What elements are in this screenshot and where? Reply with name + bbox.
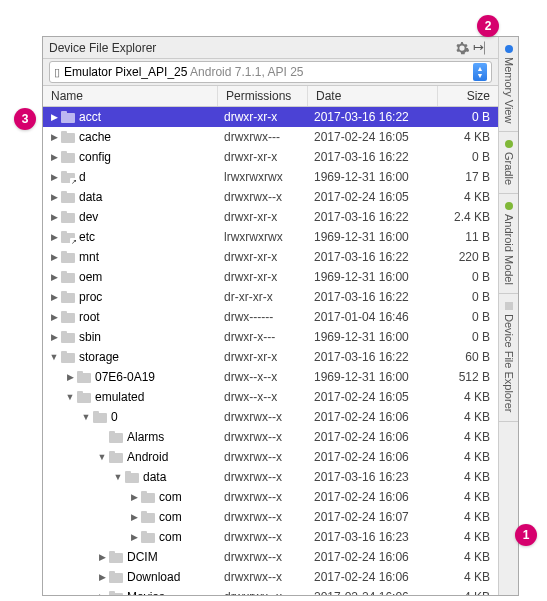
chevron-right-icon[interactable]: ▶ — [49, 332, 59, 342]
chevron-down-icon[interactable]: ▼ — [97, 452, 107, 462]
tab-device-file-explorer[interactable]: Device File Explorer — [499, 294, 518, 421]
cell-date: 2017-02-24 16:07 — [308, 510, 438, 524]
header-permissions[interactable]: Permissions — [218, 86, 308, 106]
device-selector-row: ▯ Emulator Pixel_API_25 Android 7.1.1, A… — [43, 59, 498, 85]
table-row[interactable]: ▶07E6-0A19drwx--x--x1969-12-31 16:00512 … — [43, 367, 498, 387]
folder-link-icon: ↗ — [61, 232, 75, 243]
chevron-right-icon[interactable]: ▶ — [97, 572, 107, 582]
folder-icon — [109, 592, 123, 596]
header-size[interactable]: Size — [438, 86, 498, 106]
chevron-right-icon[interactable]: ▶ — [129, 512, 139, 522]
folder-icon — [125, 472, 139, 483]
table-row[interactable]: ▼storagedrwxr-xr-x2017-03-16 16:2260 B — [43, 347, 498, 367]
chevron-right-icon[interactable]: ▶ — [129, 492, 139, 502]
chevron-right-icon[interactable]: ▶ — [97, 592, 107, 595]
chevron-right-icon[interactable]: ▶ — [49, 212, 59, 222]
table-row[interactable]: ▶procdr-xr-xr-x2017-03-16 16:220 B — [43, 287, 498, 307]
chevron-right-icon[interactable]: ▶ — [49, 252, 59, 262]
chevron-up-down-icon: ▲▼ — [473, 63, 487, 81]
folder-icon — [61, 332, 75, 343]
folder-icon — [61, 212, 75, 223]
cell-perm: drwxrwx--x — [218, 510, 308, 524]
file-name: config — [79, 150, 111, 164]
device-selector[interactable]: ▯ Emulator Pixel_API_25 Android 7.1.1, A… — [49, 61, 492, 83]
chevron-right-icon[interactable]: ▶ — [49, 272, 59, 282]
file-name: 0 — [111, 410, 118, 424]
chevron-right-icon[interactable]: ▶ — [49, 312, 59, 322]
file-name: DCIM — [127, 550, 158, 564]
cell-date: 2017-03-16 16:22 — [308, 150, 438, 164]
chevron-down-icon[interactable]: ▼ — [65, 392, 75, 402]
chevron-right-icon[interactable]: ▶ — [97, 552, 107, 562]
file-name: data — [143, 470, 166, 484]
chevron-right-icon[interactable]: ▶ — [129, 532, 139, 542]
chevron-right-icon[interactable]: ▶ — [49, 232, 59, 242]
chevron-down-icon[interactable]: ▼ — [81, 412, 91, 422]
table-row[interactable]: ▶↗dlrwxrwxrwx1969-12-31 16:0017 B — [43, 167, 498, 187]
table-row[interactable]: ▼datadrwxrwx--x2017-03-16 16:234 KB — [43, 467, 498, 487]
cell-size: 2.4 KB — [438, 210, 498, 224]
table-row[interactable]: ▼Androiddrwxrwx--x2017-02-24 16:064 KB — [43, 447, 498, 467]
table-row[interactable]: ▶Alarmsdrwxrwx--x2017-02-24 16:064 KB — [43, 427, 498, 447]
chevron-right-icon[interactable]: ▶ — [65, 372, 75, 382]
cell-name: ▶07E6-0A19 — [43, 370, 218, 384]
chevron-down-icon[interactable]: ▼ — [113, 472, 123, 482]
folder-icon — [77, 372, 91, 383]
table-row[interactable]: ▶rootdrwx------2017-01-04 16:460 B — [43, 307, 498, 327]
chevron-right-icon[interactable]: ▶ — [49, 112, 59, 122]
cell-date: 1969-12-31 16:00 — [308, 270, 438, 284]
table-row[interactable]: ▶DCIMdrwxrwx--x2017-02-24 16:064 KB — [43, 547, 498, 567]
callout-1: 1 — [515, 524, 537, 546]
table-row[interactable]: ▶Downloaddrwxrwx--x2017-02-24 16:064 KB — [43, 567, 498, 587]
cell-perm: drwxrwx--x — [218, 470, 308, 484]
table-row[interactable]: ▶comdrwxrwx--x2017-03-16 16:234 KB — [43, 527, 498, 547]
link-badge-icon: ↗ — [70, 178, 77, 185]
tab-gradle[interactable]: Gradle — [499, 132, 518, 194]
table-row[interactable]: ▶oemdrwxr-xr-x1969-12-31 16:000 B — [43, 267, 498, 287]
table-row[interactable]: ▼0drwxrwx--x2017-02-24 16:064 KB — [43, 407, 498, 427]
file-table-header: Name Permissions Date Size — [43, 85, 498, 107]
table-row[interactable]: ▶mntdrwxr-xr-x2017-03-16 16:22220 B — [43, 247, 498, 267]
file-name: emulated — [95, 390, 144, 404]
cell-size: 4 KB — [438, 190, 498, 204]
chevron-right-icon[interactable]: ▶ — [49, 172, 59, 182]
table-row[interactable]: ▶sbindrwxr-x---1969-12-31 16:000 B — [43, 327, 498, 347]
table-row[interactable]: ▶cachedrwxrwx---2017-02-24 16:054 KB — [43, 127, 498, 147]
device-name: Emulator Pixel_API_25 — [64, 65, 187, 79]
table-row[interactable]: ▶configdrwxr-xr-x2017-03-16 16:220 B — [43, 147, 498, 167]
gear-icon[interactable] — [454, 40, 470, 56]
file-name: mnt — [79, 250, 99, 264]
folder-icon — [77, 392, 91, 403]
table-row[interactable]: ▶comdrwxrwx--x2017-02-24 16:064 KB — [43, 487, 498, 507]
chevron-right-icon[interactable]: ▶ — [49, 132, 59, 142]
callout-2: 2 — [477, 15, 499, 37]
cell-size: 17 B — [438, 170, 498, 184]
tab-label: Device File Explorer — [503, 314, 515, 412]
table-row[interactable]: ▶Moviesdrwxrwx--x2017-02-24 16:064 KB — [43, 587, 498, 595]
file-tree[interactable]: ▶acctdrwxr-xr-x2017-03-16 16:220 B▶cache… — [43, 107, 498, 595]
table-row[interactable]: ▼emulateddrwx--x--x2017-02-24 16:054 KB — [43, 387, 498, 407]
table-row[interactable]: ▶acctdrwxr-xr-x2017-03-16 16:220 B — [43, 107, 498, 127]
cell-perm: dr-xr-xr-x — [218, 290, 308, 304]
chevron-right-icon[interactable]: ▶ — [49, 152, 59, 162]
cell-perm: drwxr-x--- — [218, 330, 308, 344]
cell-perm: drwx--x--x — [218, 370, 308, 384]
folder-icon — [61, 252, 75, 263]
header-date[interactable]: Date — [308, 86, 438, 106]
header-name[interactable]: Name — [43, 86, 218, 106]
table-row[interactable]: ▶datadrwxrwx--x2017-02-24 16:054 KB — [43, 187, 498, 207]
cell-perm: drwxr-xr-x — [218, 210, 308, 224]
cell-perm: drwxrwx--x — [218, 430, 308, 444]
chevron-right-icon[interactable]: ▶ — [49, 192, 59, 202]
cell-name: ▼emulated — [43, 390, 218, 404]
tab-android-model[interactable]: Android Model — [499, 194, 518, 294]
chevron-right-icon[interactable]: ▶ — [49, 292, 59, 302]
table-row[interactable]: ▶↗etclrwxrwxrwx1969-12-31 16:0011 B — [43, 227, 498, 247]
hide-icon[interactable]: ↦⎸ — [476, 40, 492, 56]
cell-perm: drwxr-xr-x — [218, 150, 308, 164]
cell-perm: drwxr-xr-x — [218, 110, 308, 124]
table-row[interactable]: ▶comdrwxrwx--x2017-02-24 16:074 KB — [43, 507, 498, 527]
table-row[interactable]: ▶devdrwxr-xr-x2017-03-16 16:222.4 KB — [43, 207, 498, 227]
tab-memory-view[interactable]: Memory View — [499, 37, 518, 132]
chevron-down-icon[interactable]: ▼ — [49, 352, 59, 362]
